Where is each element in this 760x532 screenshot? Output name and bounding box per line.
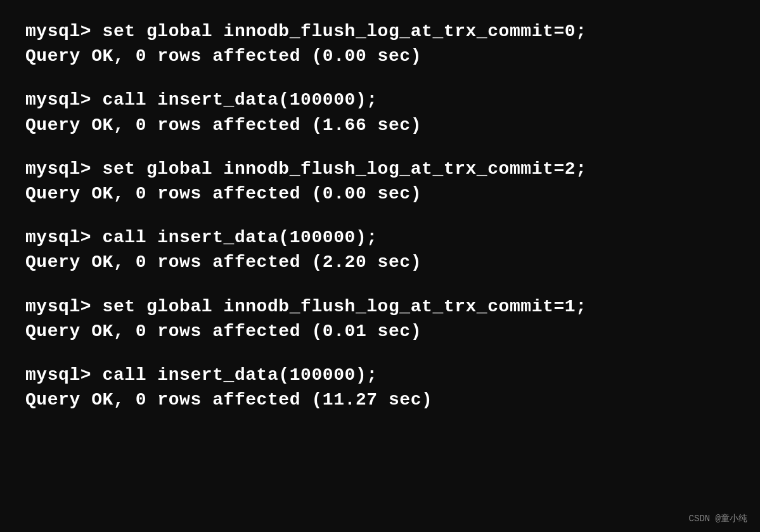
command-block-0: mysql> set global innodb_flush_log_at_tr… — [25, 19, 735, 68]
terminal-window: mysql> set global innodb_flush_log_at_tr… — [0, 0, 760, 532]
command-block-3: mysql> call insert_data(100000);Query OK… — [25, 225, 735, 275]
result-line-3: Query OK, 0 rows affected (2.20 sec) — [25, 250, 735, 275]
result-line-0: Query OK, 0 rows affected (0.00 sec) — [25, 44, 735, 68]
command-line-3: mysql> call insert_data(100000); — [25, 225, 735, 250]
command-line-1: mysql> call insert_data(100000); — [25, 88, 735, 112]
command-line-0: mysql> set global innodb_flush_log_at_tr… — [25, 19, 735, 44]
command-block-2: mysql> set global innodb_flush_log_at_tr… — [25, 157, 735, 206]
command-line-2: mysql> set global innodb_flush_log_at_tr… — [25, 157, 735, 181]
command-line-5: mysql> call insert_data(100000); — [25, 363, 735, 387]
command-line-4: mysql> set global innodb_flush_log_at_tr… — [25, 294, 735, 319]
command-block-4: mysql> set global innodb_flush_log_at_tr… — [25, 294, 735, 344]
watermark: CSDN @童小纯 — [689, 513, 747, 524]
command-block-1: mysql> call insert_data(100000);Query OK… — [25, 88, 735, 137]
result-line-2: Query OK, 0 rows affected (0.00 sec) — [25, 181, 735, 206]
command-block-5: mysql> call insert_data(100000);Query OK… — [25, 363, 735, 412]
result-line-4: Query OK, 0 rows affected (0.01 sec) — [25, 319, 735, 344]
result-line-5: Query OK, 0 rows affected (11.27 sec) — [25, 387, 735, 412]
result-line-1: Query OK, 0 rows affected (1.66 sec) — [25, 113, 735, 138]
